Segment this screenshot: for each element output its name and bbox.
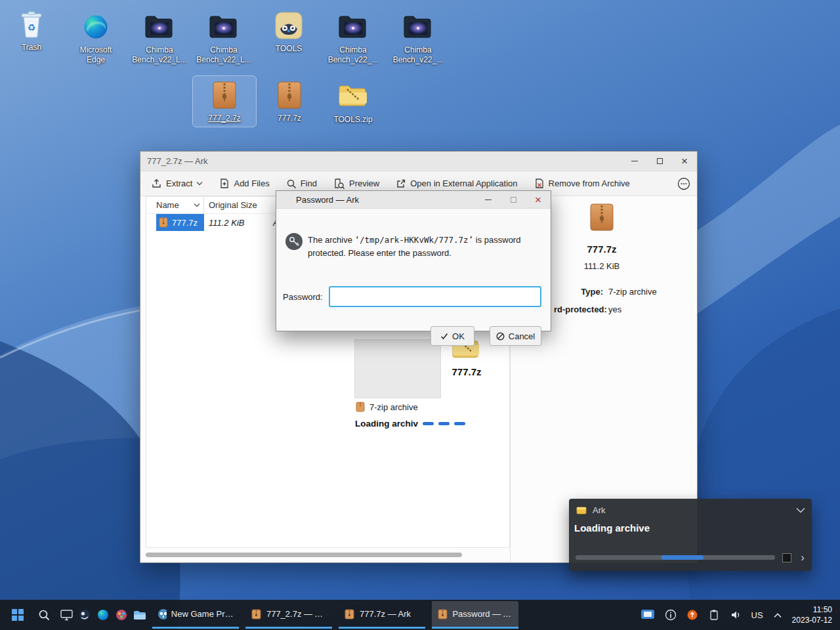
folder-image-icon <box>323 10 383 43</box>
desktop-icon-tools[interactable]: TOOLS <box>257 7 320 57</box>
desktop-icon-777-7z[interactable]: 777.7z <box>258 76 321 127</box>
desktop-icon-trash[interactable]: ♻ Trash <box>0 5 63 56</box>
palette-icon <box>116 609 127 621</box>
taskbar-app-password-dialog[interactable]: Password — Ark <box>432 601 518 629</box>
protected-label: rd-protected: <box>554 304 607 314</box>
notification-collapse-button[interactable] <box>796 505 805 515</box>
taskbar-app-label: Password — Ark <box>452 609 513 619</box>
ark-app-icon <box>251 608 262 620</box>
open-external-icon <box>396 178 406 189</box>
taskbar-app-label: New Game Project ... <box>171 609 234 619</box>
desktop-icon-tools-zip[interactable]: TOOLS.zip <box>322 77 385 128</box>
taskbar-search-button[interactable] <box>32 602 56 628</box>
remove-file-icon <box>534 178 545 189</box>
notification-header: Ark <box>569 499 812 516</box>
ark-titlebar[interactable]: 777_2.7z — Ark × <box>140 152 697 171</box>
volume-icon[interactable] <box>730 609 742 621</box>
window-title: 777_2.7z — Ark <box>140 156 622 166</box>
password-input[interactable] <box>329 286 541 307</box>
info-icon[interactable] <box>665 609 677 621</box>
extract-button[interactable]: Extract <box>151 178 203 189</box>
open-external-button[interactable]: Open in External Application <box>396 178 517 189</box>
desktop-icon-777-2-7z[interactable]: 777_2.7z <box>193 76 256 127</box>
column-header-name[interactable]: Name <box>146 197 204 213</box>
desktop-icon-label: TOOLS.zip <box>323 115 383 125</box>
clock[interactable]: 11:50 2023-07-12 <box>792 604 832 625</box>
ok-button[interactable]: OK <box>430 326 474 346</box>
edge-icon <box>66 10 126 43</box>
preview-button[interactable]: Preview <box>333 178 379 190</box>
cancel-button[interactable]: Cancel <box>490 326 541 346</box>
taskbar-pinned-color-app[interactable] <box>113 602 130 628</box>
system-tray: US 11:50 2023-07-12 <box>640 604 835 625</box>
horizontal-scrollbar[interactable] <box>146 552 510 558</box>
trash-icon: ♻ <box>1 8 62 41</box>
maximize-button[interactable] <box>647 152 672 171</box>
add-files-button[interactable]: Add Files <box>219 178 269 189</box>
start-button[interactable] <box>5 602 30 628</box>
add-files-icon <box>219 178 230 189</box>
column-header-size[interactable]: Original Size <box>204 197 257 213</box>
preview-loading: Loading archiv <box>355 419 465 429</box>
minimize-icon <box>631 161 638 161</box>
7z-archive-icon <box>194 79 255 112</box>
taskbar-pinned-files[interactable] <box>131 602 148 628</box>
taskbar-pinned-edge[interactable] <box>94 602 112 628</box>
desktop-icon-label: Chimba Bench_v22_... <box>323 45 383 65</box>
notification-message: Loading archive <box>569 516 812 534</box>
close-button[interactable]: × <box>672 152 697 171</box>
minimize-button[interactable] <box>622 152 647 171</box>
preview-label: Preview <box>349 178 379 188</box>
tray-display-icon[interactable] <box>640 608 655 621</box>
dialog-close-button[interactable]: × <box>526 191 551 208</box>
notification-progress-row: › <box>576 552 807 563</box>
column-size-label: Original Size <box>209 200 257 210</box>
remove-from-archive-button[interactable]: Remove from Archive <box>534 178 630 189</box>
ok-label: OK <box>452 331 465 341</box>
progress-fill <box>662 555 704 560</box>
desktop-icon-label: 777.7z <box>259 114 320 123</box>
dialog-title: Password — Ark <box>276 195 476 205</box>
chevron-down-icon <box>196 181 203 186</box>
taskbar-pinned-display[interactable] <box>58 602 75 628</box>
dialog-minimize-button[interactable] <box>476 191 501 208</box>
keyboard-layout-indicator[interactable]: US <box>751 610 763 620</box>
updates-icon[interactable] <box>686 609 698 621</box>
desktop-icon-chimba-1[interactable]: Chimba Bench_v22_L... <box>128 8 191 68</box>
search-icon <box>286 178 297 189</box>
dialog-titlebar[interactable]: Password — Ark × <box>276 191 551 209</box>
taskbar-pinned-app-dark[interactable] <box>76 602 93 628</box>
toolbar-overflow-button[interactable] <box>677 177 690 190</box>
busy-indicator <box>438 422 450 425</box>
ark-app-icon <box>344 608 355 620</box>
next-notification-button[interactable]: › <box>799 552 807 563</box>
loading-label: Loading archiv <box>355 419 418 429</box>
preview-icon <box>333 178 345 190</box>
column-name-label: Name <box>156 200 179 210</box>
desktop-icon-chimba-2[interactable]: Chimba Bench_v22_L... <box>192 8 255 68</box>
7z-archive-icon <box>259 79 320 112</box>
desktop-icon-edge[interactable]: Microsoft Edge <box>64 8 127 68</box>
clipboard-icon[interactable] <box>708 609 720 621</box>
taskbar-app-label: 777.7z — Ark <box>360 609 411 619</box>
desktop-icon-label: Chimba Bench_v22_L... <box>129 45 190 65</box>
row-name-cell[interactable]: 777.7z <box>156 214 204 231</box>
taskbar-app-new-game-project[interactable]: New Game Project ... <box>152 601 239 629</box>
archive-path: ‘/tmp/ark-HKKvWk/777.7z’ <box>355 235 474 245</box>
scrollbar-thumb[interactable] <box>146 553 462 557</box>
preview-kind: 7-zip archive <box>356 402 418 412</box>
taskbar-app-ark-777-2[interactable]: 777_2.7z — Ark <box>245 601 332 629</box>
chevron-up-icon[interactable] <box>773 612 782 618</box>
desktop-icon-label: Chimba Bench_v22_L... <box>194 45 254 65</box>
find-button[interactable]: Find <box>286 178 317 189</box>
overflow-menu-icon <box>677 177 690 190</box>
taskbar-app-ark-777[interactable]: 777.7z — Ark <box>339 601 425 629</box>
stop-button[interactable] <box>782 553 791 562</box>
godot-icon <box>259 9 319 42</box>
7z-file-icon <box>356 402 365 412</box>
close-icon: × <box>681 156 688 167</box>
desktop-icon-chimba-4[interactable]: Chimba Bench_v22_... <box>387 8 450 68</box>
type-label: Type: <box>581 287 603 297</box>
desktop-icon-chimba-3[interactable]: Chimba Bench_v22_... <box>322 8 385 68</box>
close-icon: × <box>535 194 541 205</box>
